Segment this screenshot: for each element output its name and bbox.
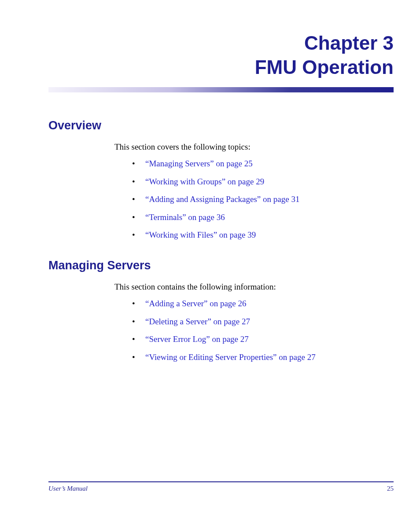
managing-servers-intro: This section contains the following info… — [114, 282, 394, 292]
footer-rule — [48, 481, 394, 482]
chapter-title: Chapter 3 FMU Operation — [48, 31, 394, 79]
chapter-number: Chapter 3 — [48, 31, 394, 55]
managing-servers-topic-list: “Adding a Server” on page 26 “Deleting a… — [132, 298, 394, 363]
list-item: “Server Error Log” on page 27 — [132, 334, 394, 345]
topic-link[interactable]: “Viewing or Editing Server Properties” o… — [145, 352, 316, 362]
topic-link[interactable]: “Adding a Server” on page 26 — [145, 299, 247, 308]
list-item: “Working with Files” on page 39 — [132, 229, 394, 241]
page-footer: User’s Manual 25 — [48, 481, 394, 492]
list-item: “Adding and Assigning Packages” on page … — [132, 194, 394, 205]
list-item: “Terminals” on page 36 — [132, 212, 394, 224]
list-item: “Working with Groups” on page 29 — [132, 176, 394, 188]
topic-link[interactable]: “Adding and Assigning Packages” on page … — [145, 194, 299, 204]
list-item: “Managing Servers” on page 25 — [132, 158, 394, 170]
list-item: “Deleting a Server” on page 27 — [132, 316, 394, 328]
topic-link[interactable]: “Working with Groups” on page 29 — [145, 177, 264, 186]
topic-link[interactable]: “Server Error Log” on page 27 — [145, 334, 249, 344]
topic-link[interactable]: “Terminals” on page 36 — [145, 213, 225, 222]
section-heading-overview: Overview — [48, 119, 394, 132]
topic-link[interactable]: “Managing Servers” on page 25 — [145, 159, 253, 168]
overview-intro: This section covers the following topics… — [114, 142, 394, 152]
footer-page-number: 25 — [387, 485, 394, 492]
footer-manual-title: User’s Manual — [48, 485, 88, 492]
list-item: “Viewing or Editing Server Properties” o… — [132, 352, 394, 363]
topic-link[interactable]: “Deleting a Server” on page 27 — [145, 317, 250, 326]
section-heading-managing-servers: Managing Servers — [48, 259, 394, 272]
list-item: “Adding a Server” on page 26 — [132, 298, 394, 310]
topic-link[interactable]: “Working with Files” on page 39 — [145, 230, 256, 239]
divider-gradient — [48, 87, 394, 92]
overview-topic-list: “Managing Servers” on page 25 “Working w… — [132, 158, 394, 241]
chapter-name: FMU Operation — [48, 55, 394, 79]
